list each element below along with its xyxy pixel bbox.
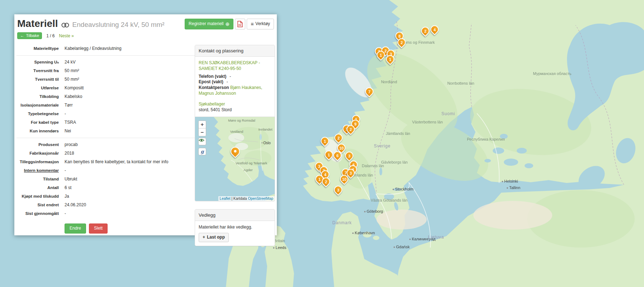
map-cluster-marker[interactable]: 3	[345, 152, 354, 160]
detail-row: TilleggsinformasjonKan benyttes til fler…	[16, 157, 198, 166]
detail-value: Tørr	[65, 103, 198, 108]
detail-row: Antall6 st	[16, 183, 198, 192]
cluster-count: 6	[333, 151, 342, 160]
detail-label: Tilleggsinformasjon	[16, 160, 59, 164]
detail-label: Kjøpt med tilskudd	[16, 194, 59, 198]
map-cluster-marker[interactable]: 1	[321, 137, 329, 145]
detail-label: Isolasjonsmateriale	[16, 103, 59, 107]
mini-map[interactable]: Møre og RomsdalVestlandInnlandetOsloVest…	[195, 117, 275, 201]
attribution-text: | Kartdata	[231, 197, 248, 201]
detail-row: IsolasjonsmaterialeTørr	[16, 101, 198, 109]
register-materiell-button[interactable]: Registrer materiell ⊕	[185, 19, 233, 29]
contact-address: stord, 5401 Stord	[199, 107, 271, 113]
map-cluster-marker[interactable]: 1	[386, 55, 394, 63]
map-cluster-marker[interactable]: 4	[431, 25, 439, 34]
slett-button[interactable]: Slett	[89, 224, 108, 234]
detail-label: For kabel type	[16, 120, 59, 124]
detail-value: Kan benyttes til flere kabeltyper, ta ko…	[65, 159, 198, 164]
detail-label: Tilkobling	[16, 94, 59, 99]
detail-value: -	[65, 111, 198, 116]
map-attribution: Leaflet | Kartdata OpenStreetMap	[218, 196, 275, 201]
detail-value: 6 st	[65, 185, 198, 190]
cluster-count: 10	[340, 175, 349, 183]
map-cluster-marker[interactable]: 10	[340, 175, 349, 183]
detail-value: Ubrukt	[65, 177, 198, 182]
pagination-counter: 1 / 6	[46, 33, 55, 38]
detail-value: 50 mm²	[65, 68, 198, 73]
pagination-row: ← Tilbake 1 / 6 Neste »	[16, 29, 275, 39]
vedlegg-panel-title: Vedlegg	[195, 210, 275, 221]
contact-person-label: Kontaktperson	[199, 85, 229, 90]
detail-row: For kabel typeTSRA	[16, 118, 198, 127]
detail-value: 50 mm²	[65, 77, 198, 82]
endre-button[interactable]: Endre	[65, 224, 86, 234]
osm-link[interactable]: OpenStreetMap	[248, 197, 273, 201]
neste-link[interactable]: Neste »	[59, 33, 74, 38]
detail-value: Kabelsko	[65, 94, 198, 99]
detail-value: 2018	[65, 151, 198, 156]
detail-row: UtførelseKompositt	[16, 84, 198, 92]
detail-value: procab	[65, 142, 198, 147]
materiell-page: Troms og FinnmarkМурманская областьNordl…	[0, 0, 644, 287]
map-cluster-marker[interactable]: 1	[325, 151, 333, 159]
map-cluster-marker[interactable]: 2	[322, 178, 330, 186]
layer-button[interactable]: g	[198, 148, 206, 155]
detail-label: Sist endret	[16, 203, 59, 207]
cluster-count: 1	[325, 151, 333, 159]
leaflet-link[interactable]: Leaflet	[220, 197, 231, 201]
org-link[interactable]: REN SJØKABELBEREDSKAP - SAMEIET K240-95-…	[199, 60, 271, 72]
pin-icon	[229, 145, 242, 158]
zoom-control: + −	[198, 121, 206, 136]
sjokabellager-link[interactable]: Sjøkabellager	[199, 102, 225, 107]
detail-row: Intern kommentar-	[16, 166, 198, 175]
verktoy-button[interactable]: ≡ Verktøy	[247, 19, 274, 29]
detail-value: Kabelanlegg / Endeavslutning	[65, 46, 198, 51]
vedlegg-panel: Vedlegg Materiellet har ikke vedlegg. + …	[195, 209, 275, 246]
map-cluster-marker[interactable]: 1	[377, 51, 385, 59]
detail-value: 24 kV	[65, 60, 198, 65]
cluster-count: 3	[334, 186, 342, 194]
detail-row: Tverrsnitt fra50 mm²	[16, 66, 198, 75]
materiell-rings-icon	[61, 22, 70, 29]
detail-label: Kun innendørs	[16, 129, 59, 133]
detail-row: TilstandUbrukt	[16, 175, 198, 183]
map-cluster-marker[interactable]: 2	[347, 125, 355, 133]
detail-label: Utførelse	[16, 86, 59, 90]
cluster-count: 2	[335, 134, 343, 142]
tilbake-label: Tilbake	[26, 33, 39, 38]
minimap-marker[interactable]	[231, 147, 240, 156]
detail-label: Typebetegnelse	[16, 112, 59, 116]
details-list: MaterielltypeKabelanlegg / Endeavslutnin…	[16, 44, 198, 218]
mini-map-tiles	[195, 117, 275, 201]
detail-value: Ja	[65, 194, 198, 199]
map-cluster-marker[interactable]: 10	[337, 144, 346, 152]
back-arrow-icon: ←	[20, 33, 24, 38]
map-cluster-marker[interactable]: 6	[333, 151, 342, 160]
zoom-out-button[interactable]: −	[199, 128, 206, 136]
detail-value: Nei	[65, 128, 198, 133]
map-cluster-marker[interactable]: 3	[334, 186, 342, 194]
detail-row: Typebetegnelse-	[16, 109, 198, 118]
tilbake-button[interactable]: ← Tilbake	[17, 32, 42, 39]
contact-person-row: Kontaktperson Bjørn Haukanes, Magnus Joh…	[199, 85, 271, 97]
map-cluster-marker[interactable]: 2	[398, 38, 406, 47]
phone-value: -	[229, 74, 231, 79]
zoom-in-button[interactable]: +	[199, 121, 206, 128]
plus-icon: +	[203, 235, 205, 240]
detail-row: Sist gjennomgått-	[16, 209, 198, 218]
pdf-export-button[interactable]: PDF	[235, 19, 245, 29]
map-cluster-marker[interactable]: 2	[421, 27, 430, 35]
detail-row: Tverrsnitt til50 mm²	[16, 75, 198, 84]
cluster-count: 4	[431, 25, 439, 34]
next-arrow-icon: »	[71, 33, 74, 38]
map-cluster-marker[interactable]: 2	[335, 134, 343, 142]
materiell-card: Materiell Endeavslutning 24 kV, 50 mm² R…	[14, 14, 277, 235]
map-cluster-marker[interactable]: 7	[365, 88, 374, 96]
page-subtitle: Endeavslutning 24 kV, 50 mm²	[72, 21, 165, 29]
visibility-toggle-button[interactable]	[198, 138, 206, 145]
menu-icon: ≡	[251, 21, 254, 27]
detail-label: Produsent	[16, 142, 59, 147]
detail-row: Kun innendørsNei	[16, 127, 198, 135]
detail-row: MaterielltypeKabelanlegg / Endeavslutnin…	[16, 44, 198, 53]
last-opp-button[interactable]: + Last opp	[199, 233, 229, 242]
